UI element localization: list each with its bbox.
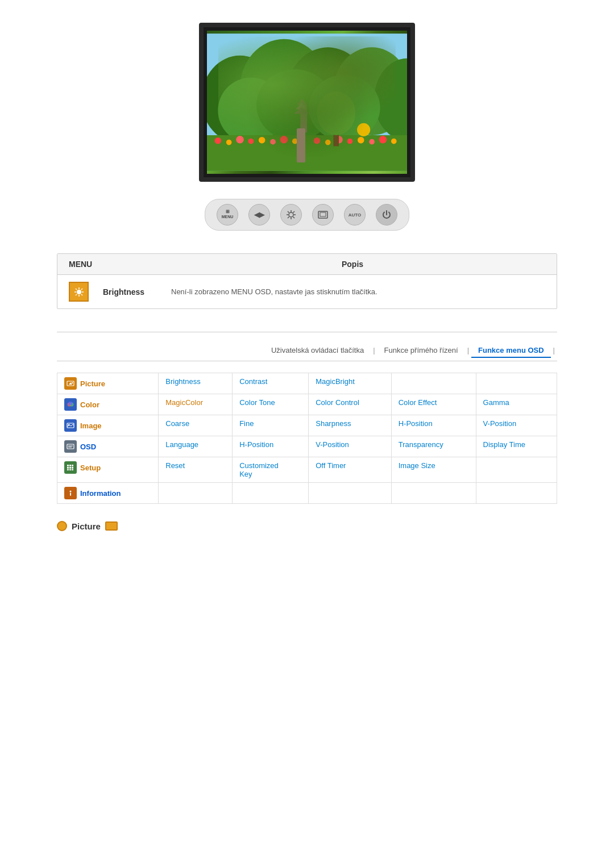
svg-point-5 xyxy=(374,59,407,141)
svg-rect-64 xyxy=(67,465,69,466)
svg-marker-12 xyxy=(294,107,309,114)
svg-point-2 xyxy=(240,39,328,138)
tab-user-controls[interactable]: Uživatelská ovládací tlačítka xyxy=(264,344,371,358)
svg-rect-68 xyxy=(69,467,71,469)
information-label: Information xyxy=(80,489,121,498)
table-row: Image Coarse Fine Sharpness H-Position V… xyxy=(57,415,557,436)
cell-color-control[interactable]: Color Control xyxy=(309,394,391,415)
tab-direct-functions[interactable]: Funkce přímého řízení xyxy=(377,344,465,358)
brightness-description: Není-li zobrazeno MENU OSD, nastavte jas… xyxy=(171,287,545,296)
cell-info-empty3 xyxy=(309,483,391,504)
svg-point-73 xyxy=(70,491,72,493)
svg-line-51 xyxy=(81,289,82,290)
tab-osd-menu[interactable]: Funkce menu OSD xyxy=(471,344,551,358)
menu-item-information[interactable]: Information xyxy=(57,483,159,504)
cell-osd-v-position[interactable]: V-Position xyxy=(309,436,391,457)
svg-point-21 xyxy=(292,139,298,144)
svg-line-50 xyxy=(81,294,82,295)
svg-point-26 xyxy=(358,137,364,144)
color-label: Color xyxy=(80,400,99,409)
brightness-icon xyxy=(69,282,89,302)
svg-point-17 xyxy=(248,139,254,144)
table-row: Picture Brightness Contrast MagicBright xyxy=(57,373,557,394)
cell-color-effect[interactable]: Color Effect xyxy=(391,394,476,415)
setup-icon xyxy=(64,461,77,474)
svg-rect-0 xyxy=(207,34,407,171)
cell-info-empty1 xyxy=(159,483,233,504)
cell-magicbright[interactable]: MagicBright xyxy=(309,373,391,394)
power-button[interactable] xyxy=(376,204,397,226)
cell-contrast[interactable]: Contrast xyxy=(233,373,309,394)
svg-rect-30 xyxy=(333,116,339,146)
image-label: Image xyxy=(80,422,102,430)
cell-color-tone[interactable]: Color Tone xyxy=(233,394,309,415)
cell-empty2 xyxy=(476,373,557,394)
monitor-section xyxy=(57,23,557,182)
table-row: OSD Language H-Position V-Position Trans… xyxy=(57,436,557,457)
table-row-brightness: Brightness Není-li zobrazeno MENU OSD, n… xyxy=(57,275,557,308)
svg-point-15 xyxy=(226,140,232,145)
svg-point-31 xyxy=(317,91,355,135)
table-row: Setup Reset CustomizedKey Off Timer Imag… xyxy=(57,457,557,483)
nav-tabs: Uživatelská ovládací tlačítka | Funkce p… xyxy=(57,344,557,361)
cell-info-empty2 xyxy=(233,483,309,504)
menu-item-osd[interactable]: OSD xyxy=(57,436,159,457)
cell-brightness[interactable]: Brightness xyxy=(159,373,233,394)
cell-customized-key[interactable]: CustomizedKey xyxy=(233,457,309,483)
svg-rect-13 xyxy=(207,135,407,171)
picture-square-icon xyxy=(105,521,118,531)
auto-button[interactable]: AUTO xyxy=(344,204,366,226)
svg-point-27 xyxy=(369,139,375,145)
cell-h-position[interactable]: H-Position xyxy=(391,415,476,436)
table-header: MENU Popis xyxy=(57,254,557,275)
image-icon xyxy=(64,419,77,432)
table-row: Information xyxy=(57,483,557,504)
table-col-menu: MENU xyxy=(69,260,160,269)
cell-sharpness[interactable]: Sharpness xyxy=(309,415,391,436)
svg-rect-69 xyxy=(72,467,73,469)
svg-point-14 xyxy=(215,137,222,144)
svg-rect-70 xyxy=(67,469,69,470)
nav-separator-3: | xyxy=(551,344,557,358)
svg-point-25 xyxy=(347,139,353,144)
table-col-popis: Popis xyxy=(160,260,545,269)
cell-fine[interactable]: Fine xyxy=(233,415,309,436)
cell-language[interactable]: Language xyxy=(159,436,233,457)
cell-v-position[interactable]: V-Position xyxy=(476,415,557,436)
color-icon xyxy=(64,398,77,411)
table-row: Color MagicColor Color Tone Color Contro… xyxy=(57,394,557,415)
svg-rect-61 xyxy=(67,444,74,449)
cell-reset[interactable]: Reset xyxy=(159,457,233,483)
cell-coarse[interactable]: Coarse xyxy=(159,415,233,436)
nav-separator-2: | xyxy=(465,344,471,358)
svg-rect-65 xyxy=(69,465,71,466)
menu-grid-section: Picture Brightness Contrast MagicBright xyxy=(57,373,557,504)
svg-point-23 xyxy=(325,140,331,145)
menu-grid-table: Picture Brightness Contrast MagicBright xyxy=(57,373,557,504)
cell-osd-h-position[interactable]: H-Position xyxy=(233,436,309,457)
svg-point-29 xyxy=(391,139,397,144)
svg-point-7 xyxy=(256,69,333,141)
brightness-button[interactable] xyxy=(280,204,302,226)
svg-marker-10 xyxy=(297,98,307,105)
menu-button[interactable]: ⊞MENU xyxy=(217,204,238,226)
nav-button[interactable]: ◀▶ xyxy=(248,204,270,226)
svg-rect-72 xyxy=(72,469,73,470)
cell-image-size[interactable]: Image Size xyxy=(391,457,476,483)
menu-item-color[interactable]: Color xyxy=(57,394,159,415)
cell-transparency[interactable]: Transparency xyxy=(391,436,476,457)
cell-display-time[interactable]: Display Time xyxy=(476,436,557,457)
svg-rect-67 xyxy=(67,467,69,469)
osd-icon xyxy=(64,440,77,453)
menu-item-picture[interactable]: Picture xyxy=(57,373,159,394)
cell-magiccolor[interactable]: MagicColor xyxy=(159,394,233,415)
svg-rect-71 xyxy=(69,469,71,470)
svg-point-1 xyxy=(207,56,279,144)
cell-info-empty4 xyxy=(391,483,476,504)
menu-item-setup[interactable]: Setup xyxy=(57,457,159,483)
menu-item-image[interactable]: Image xyxy=(57,415,159,436)
source-button[interactable] xyxy=(312,204,334,226)
cell-gamma[interactable]: Gamma xyxy=(476,394,557,415)
svg-point-3 xyxy=(287,47,369,140)
cell-off-timer[interactable]: Off Timer xyxy=(309,457,391,483)
